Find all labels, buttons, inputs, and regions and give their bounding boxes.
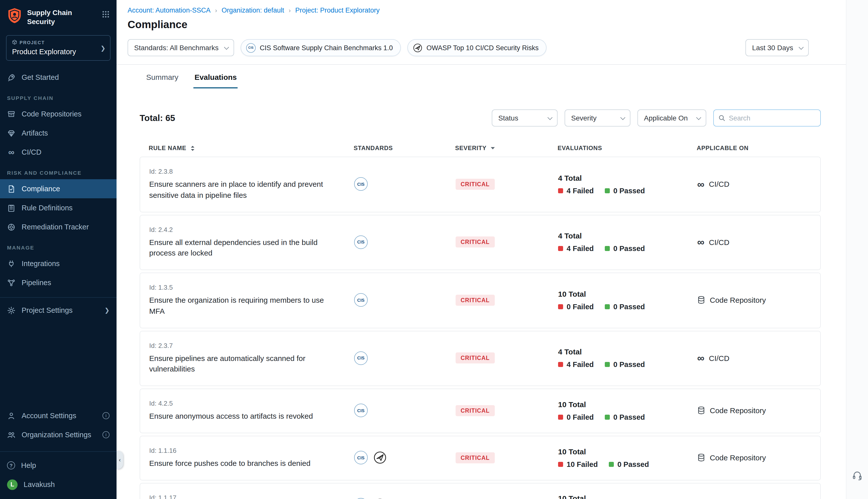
sidebar-item-label: Integrations (22, 260, 60, 268)
benchmark-chip-cis[interactable]: CIS CIS Software Supply Chain Benchmarks… (241, 39, 401, 56)
sidebar-item-compliance[interactable]: Compliance (0, 180, 117, 198)
rule-cell: Id: 1.1.17 Ensure branch deletions are d… (149, 494, 354, 499)
sidebar-item-rule-definitions[interactable]: Rule Definitions (0, 198, 117, 218)
rule-name: Ensure scanners are in place to identify… (149, 179, 336, 200)
organization-settings-icon (7, 430, 15, 439)
sidebar-collapse-handle[interactable]: ‹ (117, 451, 123, 469)
sidebar-item-organization-settings[interactable]: Organization Settings i (0, 425, 117, 444)
sidebar-item-label: Get Started (22, 74, 59, 82)
standards-cell: CIS (354, 235, 456, 249)
sidebar-item-label: Account Settings (22, 412, 76, 420)
tab-summary[interactable]: Summary (145, 65, 179, 88)
table-row[interactable]: Id: 2.4.2 Ensure all external dependenci… (140, 215, 821, 270)
status-filter-dropdown[interactable]: Status (492, 109, 557, 126)
sidebar-divider (0, 297, 117, 298)
column-evaluations: EVALUATIONS (557, 145, 697, 151)
code-repository-icon (697, 296, 705, 304)
sidebar-item-integrations[interactable]: Integrations (0, 254, 117, 273)
table-row[interactable]: Id: 2.3.7 Ensure pipelines are automatic… (140, 331, 821, 386)
evaluations-passed: 0 Passed (613, 187, 645, 195)
severity-cell: CRITICAL (456, 452, 558, 463)
sidebar-item-artifacts[interactable]: Artifacts (0, 124, 117, 143)
sidebar-nav: Get Started SUPPLY CHAIN Code Repositori… (0, 67, 117, 320)
owasp-standard-icon[interactable] (373, 451, 387, 464)
evaluations-panel: Total: 65 Status Severity Applicable On (117, 88, 868, 499)
cis-standard-icon[interactable]: CIS (354, 293, 368, 307)
table-row[interactable]: Id: 1.1.16 Ensure force pushes code to b… (140, 436, 821, 480)
applicable-on-label: Code Repository (710, 453, 766, 462)
user-menu[interactable]: L Lavakush (0, 475, 117, 494)
severity-filter-dropdown[interactable]: Severity (565, 109, 630, 126)
sidebar-item-remediation-tracker[interactable]: Remediation Tracker (0, 218, 117, 237)
evaluations-failed: 4 Failed (567, 245, 594, 253)
standards-cell: CIS (354, 293, 456, 307)
cis-standard-icon[interactable]: CIS (354, 235, 368, 249)
sidebar-item-cicd[interactable]: ∞ CI/CD (0, 143, 117, 162)
cis-standard-icon[interactable]: CIS (354, 404, 368, 417)
sidebar-footer: ? Help L Lavakush (0, 451, 117, 499)
date-range-dropdown[interactable]: Last 30 Days (746, 39, 809, 56)
cis-standard-icon[interactable]: CIS (354, 351, 368, 365)
evaluations-cell: 10 Total 10 Failed 0 Passed (558, 494, 697, 499)
evaluations-cell: 10 Total 10 Failed 0 Passed (558, 447, 697, 468)
standards-cell: CIS (354, 451, 456, 464)
column-rule-name[interactable]: RULE NAME (149, 145, 354, 151)
sidebar-item-code-repositories[interactable]: Code Repositories (0, 105, 117, 124)
standards-dropdown[interactable]: Standards: All Benchmarks (128, 39, 234, 56)
sidebar-item-help[interactable]: ? Help (0, 456, 117, 475)
info-icon[interactable]: i (103, 431, 109, 438)
cicd-icon: ∞ (7, 148, 15, 157)
sidebar-item-label: Rule Definitions (22, 204, 73, 212)
applicable-on-filter-dropdown[interactable]: Applicable On (637, 109, 706, 126)
project-selector[interactable]: PROJECT Product Exploratory ❯ (6, 35, 110, 61)
code-repository-icon (697, 406, 705, 415)
benchmark-chip-owasp[interactable]: OWASP Top 10 CI/CD Security Risks (407, 39, 547, 56)
severity-badge: CRITICAL (456, 452, 495, 463)
breadcrumb-project-link[interactable]: Project: Product Exploratory (295, 7, 379, 14)
sidebar-item-project-settings[interactable]: Project Settings ❯ (0, 301, 117, 320)
sidebar-item-get-started[interactable]: Get Started (0, 68, 117, 87)
table-row[interactable]: Id: 4.2.5 Ensure anonymous access to art… (140, 389, 821, 433)
rocket-icon (7, 73, 15, 82)
avatar: L (7, 479, 17, 490)
cicd-icon: ∞ (697, 353, 704, 363)
table-row[interactable]: Id: 2.3.8 Ensure scanners are in place t… (140, 157, 821, 212)
applicable-on-label: Code Repository (710, 296, 766, 304)
table-row[interactable]: Id: 1.1.17 Ensure branch deletions are d… (140, 483, 821, 499)
column-severity[interactable]: SEVERITY (455, 145, 557, 151)
search-input[interactable] (729, 114, 816, 122)
sidebar-item-pipelines[interactable]: Pipelines (0, 273, 117, 292)
cis-standard-icon[interactable]: CIS (354, 178, 368, 191)
breadcrumb-account-link[interactable]: Account: Automation-SSCA (128, 7, 210, 14)
sidebar-section-risk-and-compliance: RISK AND COMPLIANCE (0, 162, 117, 180)
support-headset-icon[interactable] (852, 470, 863, 483)
artifact-icon (7, 129, 15, 137)
applicable-on-cell: ∞ CI/CD (697, 237, 811, 247)
passed-indicator (605, 304, 610, 309)
page-header: Account: Automation-SSCA › Organization:… (117, 0, 868, 56)
sidebar-item-account-settings[interactable]: Account Settings i (0, 406, 117, 425)
apps-grid-icon[interactable] (102, 8, 109, 20)
applicable-on-cell: ∞ CI/CD (697, 353, 811, 363)
applicable-on-cell: ∞ CI/CD (697, 179, 811, 189)
cis-standard-icon[interactable]: CIS (354, 451, 368, 464)
rule-id: Id: 1.3.5 (149, 284, 354, 291)
chevron-down-icon (620, 115, 625, 120)
applicable-on-label: CI/CD (709, 354, 730, 363)
evaluations-passed: 0 Passed (613, 361, 645, 369)
applicable-on-cell: Code Repository (697, 296, 811, 304)
failed-indicator (558, 188, 563, 193)
passed-indicator (605, 188, 610, 193)
tab-evaluations[interactable]: Evaluations (193, 65, 238, 88)
table-header: RULE NAME STANDARDS SEVERITY EVALUATIONS (140, 145, 821, 151)
cis-standard-icon[interactable]: CIS (354, 498, 368, 499)
sidebar-item-label: Code Repositories (22, 110, 82, 118)
search-icon (718, 114, 725, 121)
info-icon[interactable]: i (103, 412, 109, 419)
evaluations-passed: 0 Passed (613, 245, 645, 253)
evaluations-cell: 4 Total 4 Failed 0 Passed (558, 232, 697, 253)
evaluations-cell: 4 Total 4 Failed 0 Passed (558, 174, 697, 195)
owasp-standard-icon[interactable] (373, 498, 387, 499)
table-row[interactable]: Id: 1.3.5 Ensure the organization is req… (140, 272, 821, 328)
breadcrumb-organization-link[interactable]: Organization: default (221, 7, 284, 14)
